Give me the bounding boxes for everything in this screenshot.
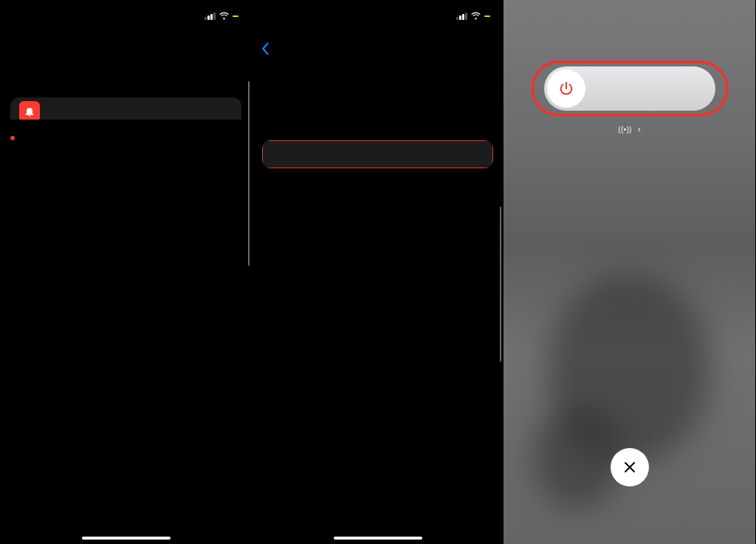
battery-icon (233, 16, 238, 17)
signal-icon (205, 13, 216, 20)
battery-icon (484, 16, 490, 17)
row-notifications[interactable] (10, 97, 241, 120)
settings-screen (0, 0, 252, 544)
chevron-right-icon: › (638, 124, 641, 134)
signal-icon (456, 13, 467, 20)
home-indicator[interactable] (334, 537, 422, 540)
cancel-button[interactable] (611, 448, 649, 491)
scrollbar[interactable] (500, 207, 502, 362)
wifi-icon (470, 11, 481, 22)
close-icon (611, 448, 649, 486)
status-bar (0, 0, 252, 32)
general-list[interactable] (252, 59, 504, 544)
general-screen (252, 0, 504, 544)
findable-link[interactable]: ((•)) › (537, 124, 723, 134)
bell-icon (19, 101, 40, 120)
row-shut-down[interactable] (262, 140, 493, 168)
settings-list[interactable] (0, 65, 252, 544)
find-my-icon: ((•)) (618, 125, 632, 134)
status-right (205, 11, 238, 22)
back-button[interactable] (261, 42, 272, 55)
scrollbar[interactable] (248, 81, 250, 266)
home-indicator[interactable] (82, 537, 171, 540)
status-right (456, 11, 490, 22)
status-bar (252, 0, 504, 32)
power-off-screen: ((•)) › (504, 0, 755, 544)
nav-bar (0, 32, 252, 65)
wifi-icon (219, 11, 230, 22)
